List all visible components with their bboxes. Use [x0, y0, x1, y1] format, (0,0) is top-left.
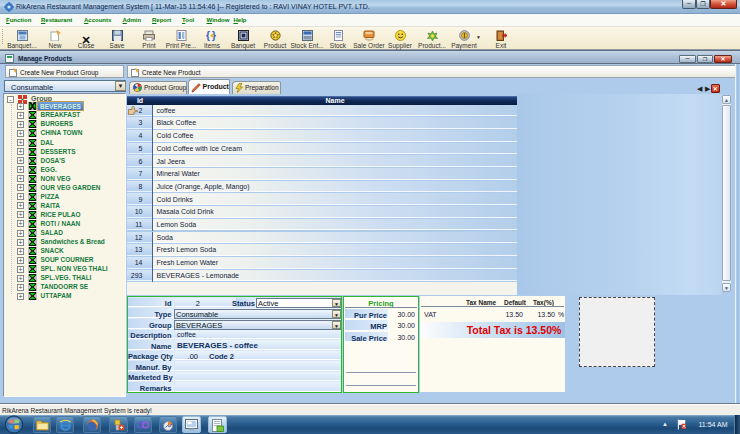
svg-text:{: { — [206, 30, 210, 41]
